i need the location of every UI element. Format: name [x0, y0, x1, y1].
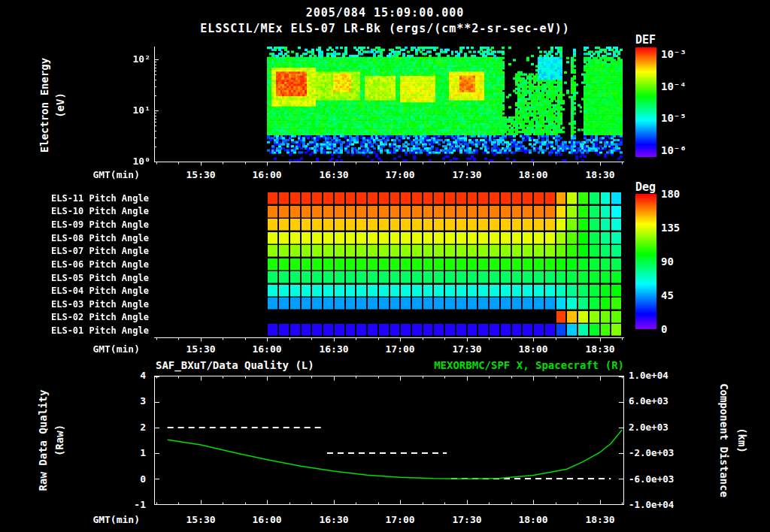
row-label: ELS-11 Pitch Angle	[3, 193, 149, 204]
panel1-ylabel: Electron Energy	[38, 30, 50, 180]
time-tick: 17:30	[443, 343, 491, 355]
ytick-label: 10⁰	[117, 155, 150, 168]
deg-colorbar	[635, 194, 656, 329]
panel3-left-tick-labels: 4 3 2 1 0 -1	[116, 369, 146, 512]
energy-spectrogram-canvas	[147, 47, 624, 167]
time-tick: 18:30	[576, 169, 624, 180]
time-tick: 16:30	[310, 343, 358, 355]
panel3-ylabel-right-units: (km)	[736, 365, 748, 515]
panel3-xaxis-title: GMT(min)	[77, 514, 140, 525]
row-label: ELS-02 Pitch Angle	[3, 312, 149, 322]
ytick-label: 3	[116, 394, 146, 408]
pitch-row-labels: ELS-11 Pitch Angle ELS-10 Pitch Angle EL…	[3, 192, 149, 337]
time-tick: 17:30	[443, 514, 491, 525]
row-label: ELS-10 Pitch Angle	[3, 206, 149, 216]
panel3-ylabel-left-units: (Raw)	[53, 365, 65, 515]
colorbar-tick: 10⁻⁴	[661, 80, 702, 93]
time-tick: 18:00	[509, 169, 557, 180]
time-tick: 18:00	[509, 343, 557, 355]
colorbar-tick: 180	[661, 187, 694, 201]
ytick-label: 1	[116, 446, 146, 460]
panel3-title-left: SAF_BXuT/Data Quality (L)	[156, 359, 314, 371]
panel3-ylabel-left: Raw Data Quality	[37, 365, 49, 515]
time-tick: 16:30	[310, 514, 358, 525]
plot-screen: 2005/084 15:09:00.000 ELSSCIL/MEx ELS-07…	[0, 0, 770, 532]
time-tick: 16:00	[243, 169, 291, 180]
colorbar2-title: Deg	[635, 180, 656, 194]
ytick-label: 2.0e+03	[629, 421, 689, 434]
panel3-ylabel-right: Component Distance	[718, 365, 730, 515]
time-tick: 18:30	[576, 343, 624, 355]
ytick-label: 0	[116, 473, 146, 486]
pitch-angle-canvas	[147, 192, 624, 342]
ytick-label: 6.0e+03	[629, 394, 689, 408]
colorbar-tick: 90	[661, 255, 694, 268]
row-label: ELS-06 Pitch Angle	[3, 259, 149, 270]
time-tick: 18:00	[509, 514, 557, 525]
row-label: ELS-05 Pitch Angle	[3, 273, 149, 283]
panel3-title-right: MEXORBMC/SPF X, Spacecraft (R)	[434, 359, 624, 371]
colorbar-tick: 135	[661, 221, 694, 234]
panel2-xaxis-title: GMT(min)	[77, 343, 140, 355]
row-label: ELS-01 Pitch Angle	[3, 325, 149, 336]
ytick-label: 1.0e+04	[629, 369, 689, 382]
time-tick: 16:00	[243, 514, 291, 525]
colorbar1-tick-labels: 10⁻³ 10⁻⁴ 10⁻⁵ 10⁻⁶	[661, 47, 702, 157]
ytick-label: 4	[116, 369, 146, 382]
colorbar-tick: 10⁻³	[661, 47, 702, 61]
quality-distance-canvas	[147, 376, 629, 505]
ytick-label: 2	[116, 421, 146, 434]
ytick-label: -1.0e+04	[629, 498, 689, 512]
time-tick: 17:00	[376, 169, 424, 180]
ytick-label: 10²	[117, 53, 150, 66]
ytick-label: 10¹	[117, 104, 150, 117]
panel1-ylabel-units: (eV)	[54, 30, 66, 180]
def-colorbar	[635, 47, 656, 157]
colorbar-tick: 0	[661, 322, 694, 336]
colorbar-tick: 10⁻⁵	[661, 111, 702, 125]
ytick-label: -1	[116, 498, 146, 512]
time-tick: 18:30	[576, 514, 624, 525]
time-tick: 15:30	[177, 169, 225, 180]
row-label: ELS-07 Pitch Angle	[3, 246, 149, 256]
ytick-label: -6.0e+03	[629, 473, 689, 486]
row-label: ELS-04 Pitch Angle	[3, 286, 149, 296]
colorbar-tick: 45	[661, 289, 694, 302]
time-tick: 15:30	[177, 514, 225, 525]
panel1-ytick-labels: 10² 10¹ 10⁰	[117, 53, 150, 168]
ytick-label: -2.0e+03	[629, 446, 689, 460]
row-label: ELS-08 Pitch Angle	[3, 233, 149, 243]
time-tick: 16:30	[310, 169, 358, 180]
time-tick: 17:00	[376, 514, 424, 525]
time-tick: 15:30	[177, 343, 225, 355]
colorbar2-tick-labels: 180 135 90 45 0	[661, 187, 694, 336]
time-tick: 17:30	[443, 169, 491, 180]
panel1-xaxis-title: GMT(min)	[77, 169, 140, 180]
row-label: ELS-03 Pitch Angle	[3, 299, 149, 310]
panel3-right-tick-labels: 1.0e+04 6.0e+03 2.0e+03 -2.0e+03 -6.0e+0…	[629, 369, 689, 512]
colorbar-tick: 10⁻⁶	[661, 144, 702, 157]
time-tick: 17:00	[376, 343, 424, 355]
time-tick: 16:00	[243, 343, 291, 355]
row-label: ELS-09 Pitch Angle	[3, 219, 149, 230]
title-datetime: 2005/084 15:09:00.000	[0, 6, 770, 20]
colorbar1-title: DEF	[635, 33, 656, 47]
